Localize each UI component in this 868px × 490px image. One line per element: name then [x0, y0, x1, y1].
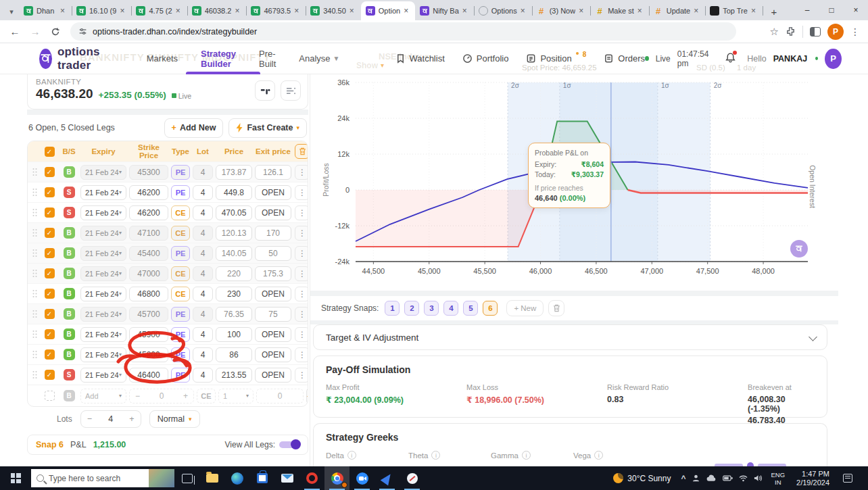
- drag-handle-icon[interactable]: [30, 188, 39, 197]
- lots-stepper[interactable]: − 4 +: [80, 410, 141, 428]
- user-avatar[interactable]: P: [825, 49, 841, 69]
- nav-analyse[interactable]: Analyse▼: [299, 43, 339, 74]
- exit-price[interactable]: 170: [255, 226, 291, 241]
- zoom-button[interactable]: [349, 466, 375, 490]
- new-leg-expiry-select[interactable]: Add▾: [80, 389, 126, 403]
- user-tray-icon[interactable]: [692, 474, 700, 483]
- snip-button[interactable]: [400, 466, 425, 490]
- target-iv-section[interactable]: Target & IV Adjustment: [313, 324, 827, 350]
- price-input[interactable]: 76.35: [216, 307, 252, 322]
- brand[interactable]: options trader: [39, 45, 107, 72]
- hidden-icons-button[interactable]: ^: [681, 474, 685, 483]
- tab-close-icon[interactable]: ×: [176, 6, 183, 16]
- leg-checkbox[interactable]: ✓: [45, 228, 55, 238]
- drag-handle-icon[interactable]: [30, 310, 39, 318]
- price-input[interactable]: 140.05: [216, 246, 252, 261]
- fast-create-button[interactable]: Fast Create ▾: [228, 118, 307, 138]
- exit-price[interactable]: OPEN: [255, 368, 291, 383]
- exit-price[interactable]: 175.3: [255, 266, 291, 281]
- expiry-select[interactable]: 21 Feb 24▾: [80, 327, 126, 342]
- legs-list-button[interactable]: [281, 80, 301, 101]
- tab-close-icon[interactable]: ×: [349, 6, 356, 16]
- browser-tab[interactable]: 46038.2×: [187, 1, 247, 20]
- side-panel-icon[interactable]: [810, 27, 821, 36]
- type-pill[interactable]: CE: [171, 266, 190, 281]
- new-tab-button[interactable]: +: [765, 3, 783, 20]
- expiry-select[interactable]: 21 Feb 24▾: [80, 246, 126, 261]
- lot-value[interactable]: 4: [193, 185, 213, 200]
- leg-checkbox[interactable]: ✓: [45, 268, 55, 278]
- price-input[interactable]: 449.8: [216, 185, 252, 200]
- exit-price[interactable]: 50: [255, 246, 291, 261]
- drag-handle-icon[interactable]: [30, 168, 39, 176]
- confirm-add-leg-button[interactable]: +: [306, 388, 308, 404]
- tab-close-icon[interactable]: ×: [404, 6, 410, 16]
- nav-pre-built[interactable]: Pre-Built: [259, 43, 276, 74]
- tab-close-icon[interactable]: ×: [120, 6, 126, 16]
- store-button[interactable]: [249, 466, 274, 490]
- browser-profile-avatar[interactable]: P: [827, 24, 844, 40]
- taskbar-search[interactable]: Type here to search: [31, 469, 174, 487]
- strike-value[interactable]: 45300: [129, 165, 168, 180]
- browser-tab[interactable]: 4.75 (2×: [131, 1, 187, 20]
- chrome-button[interactable]: [324, 466, 349, 490]
- expiry-select[interactable]: 21 Feb 24▾: [80, 165, 126, 180]
- bookmark-star-icon[interactable]: ☆: [770, 26, 779, 38]
- tab-search-icon[interactable]: ▾: [4, 3, 19, 20]
- tab-close-icon[interactable]: ×: [579, 6, 585, 16]
- browser-tab[interactable]: 46793.5×: [246, 1, 306, 20]
- snap-button-5[interactable]: 5: [463, 301, 478, 316]
- row-menu-button[interactable]: ⋮: [295, 226, 308, 241]
- lot-value[interactable]: 4: [193, 287, 213, 301]
- watchlist-button[interactable]: Watchlist: [395, 53, 445, 64]
- price-input[interactable]: 86: [216, 347, 252, 362]
- price-input[interactable]: 213.55: [216, 368, 252, 383]
- leg-checkbox[interactable]: ✓: [45, 187, 55, 197]
- type-pill[interactable]: PE: [171, 165, 190, 180]
- search-highlight-thumbnail[interactable]: [149, 469, 174, 487]
- new-leg-type-pill[interactable]: CE: [197, 389, 216, 403]
- price-input[interactable]: 470.05: [216, 205, 252, 220]
- tab-close-icon[interactable]: ×: [235, 6, 241, 16]
- expiry-select[interactable]: 21 Feb 24▾: [80, 205, 126, 220]
- price-input[interactable]: 220: [216, 266, 252, 281]
- browser-tab[interactable]: Option×: [361, 1, 415, 20]
- strike-value[interactable]: 46400: [129, 368, 168, 383]
- row-menu-button[interactable]: ⋮: [295, 205, 308, 220]
- browser-tab[interactable]: #Make st×: [590, 1, 649, 20]
- orders-button[interactable]: Orders: [604, 53, 645, 64]
- drag-handle-icon[interactable]: [30, 249, 39, 258]
- chevron-down-icon[interactable]: [809, 333, 817, 341]
- leg-checkbox[interactable]: ✓: [45, 349, 55, 360]
- nav-markets[interactable]: Markets: [147, 43, 178, 74]
- new-leg-side-badge[interactable]: B: [64, 390, 75, 401]
- exit-price[interactable]: 126.1: [255, 165, 291, 180]
- exit-price[interactable]: OPEN: [255, 327, 291, 342]
- expiry-select[interactable]: 21 Feb 24▾: [80, 266, 126, 281]
- lot-value[interactable]: 4: [193, 266, 213, 281]
- expiry-select[interactable]: 21 Feb 24▾: [80, 185, 126, 200]
- info-icon[interactable]: i: [431, 451, 440, 460]
- select-all-checkbox[interactable]: ✓: [45, 147, 55, 157]
- type-pill[interactable]: PE: [171, 347, 190, 362]
- new-leg-price-input[interactable]: 0: [256, 389, 304, 403]
- snap-button-1[interactable]: 1: [385, 301, 400, 316]
- strike-value[interactable]: 45700: [129, 307, 168, 322]
- exit-price[interactable]: OPEN: [255, 205, 291, 220]
- type-pill[interactable]: CE: [171, 226, 190, 241]
- type-pill[interactable]: PE: [171, 307, 190, 322]
- new-leg-qty-stepper[interactable]: −0+: [129, 389, 194, 403]
- edge-button[interactable]: [224, 466, 249, 490]
- row-menu-button[interactable]: ⋮: [295, 246, 308, 261]
- browser-tab[interactable]: Top Tre×: [705, 1, 763, 20]
- weather-widget[interactable]: 30°C Sunny: [609, 473, 675, 483]
- drag-handle-icon[interactable]: [30, 370, 39, 379]
- lot-value[interactable]: 4: [193, 205, 213, 220]
- lot-value[interactable]: 4: [193, 165, 213, 180]
- row-menu-button[interactable]: ⋮: [295, 165, 308, 180]
- price-input[interactable]: 100: [216, 327, 252, 342]
- browser-menu-icon[interactable]: ⋮: [850, 26, 860, 37]
- lot-value[interactable]: 4: [193, 327, 213, 342]
- price-input[interactable]: 230: [216, 287, 252, 301]
- new-leg-lot-select[interactable]: 1▾: [218, 389, 254, 403]
